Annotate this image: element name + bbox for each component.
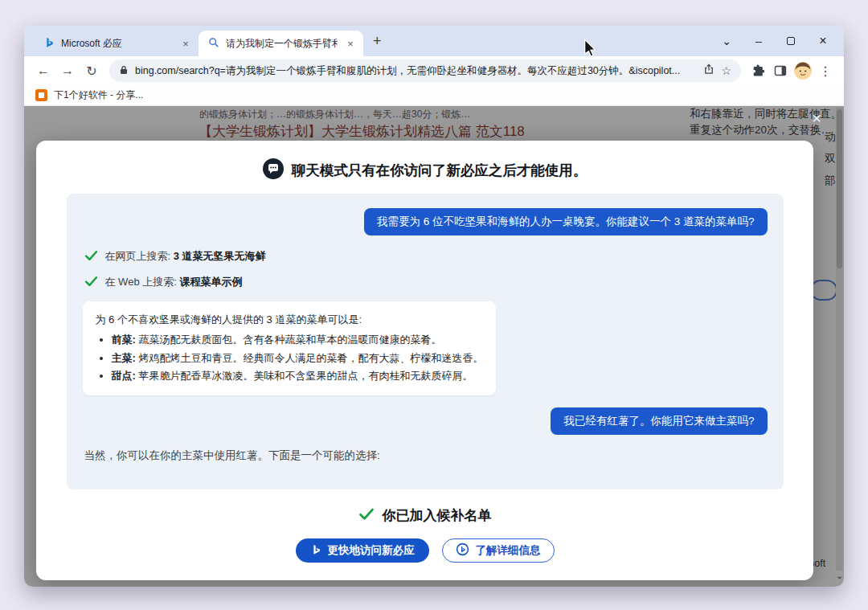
minimize-button[interactable]: – — [743, 35, 775, 47]
waitlist-confirmation: 你已加入候补名单 — [358, 506, 492, 526]
bot-answer-card: 为 6 个不喜欢坚果或海鲜的人提供的 3 道菜的菜单可以是: 前菜: 蔬菜汤配无… — [83, 301, 497, 395]
browser-menu-icon[interactable]: ⋮ — [815, 63, 836, 79]
chat-preview-panel: 我需要为 6 位不吃坚果和海鲜的人办一桌晚宴。你能建议一个 3 道菜的菜单吗? … — [67, 194, 784, 489]
close-window-button[interactable]: × — [807, 34, 839, 48]
browser-toolbar: ← → ↻ bing.com/search?q=请为我制定一个锻炼手臂和腹肌的计… — [24, 56, 844, 85]
mouse-cursor — [583, 39, 596, 61]
modal-actions: 更快地访问新必应 了解详细信息 — [296, 538, 555, 563]
tab-label: Microsoft 必应 — [61, 37, 173, 51]
search-status-row: 在网页上搜索: 3 道菜无坚果无海鲜 — [84, 248, 768, 264]
user-message-bubble: 我已经有红薯了。你能用它来做主菜吗? — [551, 407, 767, 435]
search-status-text: 在 Web 上搜索: 课程菜单示例 — [105, 275, 243, 289]
browser-window: Microsoft 必应 × 请为我制定一个锻炼手臂和腹肌… × + ⌄ – ×… — [24, 26, 844, 587]
lock-icon — [119, 63, 129, 78]
maximize-button[interactable] — [775, 35, 807, 47]
share-icon[interactable] — [703, 63, 714, 78]
checkmark-icon — [358, 506, 375, 526]
profile-avatar[interactable] — [792, 62, 813, 80]
chat-bubble-icon — [263, 158, 284, 182]
course-item: 甜点: 苹果脆片配香草冰激凌。美味和不含坚果的甜点，有肉桂和无麸质碎屑。 — [112, 367, 484, 386]
tab-close-icon[interactable]: × — [344, 38, 357, 50]
new-bing-modal: 聊天模式只有在你访问了新必应之后才能使用。 我需要为 6 位不吃坚果和海鲜的人办… — [36, 141, 813, 580]
page-content: 的锻炼身体计划；…的锻炼身体计划…，每天…超30分；锻炼… 【大学生锻炼计划】大… — [24, 106, 844, 587]
back-icon[interactable]: ← — [32, 63, 55, 78]
forward-icon[interactable]: → — [56, 63, 79, 78]
bing-logo-icon — [310, 544, 321, 558]
bot-answer-text: 当然，你可以在你的主菜中使用红薯。下面是一个可能的选择: — [84, 448, 768, 463]
bookmarks-bar: 下1个好软件 - 分享... — [24, 85, 844, 106]
bookmark-item[interactable]: 下1个好软件 - 分享... — [54, 88, 143, 102]
new-tab-button[interactable]: + — [373, 33, 382, 50]
waitlist-text: 你已加入候补名单 — [383, 506, 492, 525]
visit-new-bing-button[interactable]: 更快地访问新必应 — [296, 538, 429, 563]
user-message-bubble: 我需要为 6 位不吃坚果和海鲜的人办一桌晚宴。你能建议一个 3 道菜的菜单吗? — [364, 208, 768, 235]
desktop: Microsoft 必应 × 请为我制定一个锻炼手臂和腹肌… × + ⌄ – ×… — [0, 0, 868, 610]
answer-intro: 为 6 个不喜欢坚果或海鲜的人提供的 3 道菜的菜单可以是: — [96, 311, 484, 330]
refresh-icon[interactable]: ↻ — [80, 63, 103, 79]
course-item: 主菜: 烤鸡配烤土豆和青豆。经典而令人满足的菜肴，配有大蒜、柠檬和迷迭香。 — [112, 350, 484, 368]
window-controls: ⌄ – × — [710, 26, 839, 56]
learn-more-button[interactable]: 了解详细信息 — [442, 538, 555, 563]
url-text: bing.com/search?q=请为我制定一个锻炼手臂和腹肌的计划，无需仰卧… — [135, 64, 697, 78]
maximize-icon — [787, 37, 795, 45]
search-icon — [208, 37, 219, 51]
search-status-text: 在网页上搜索: 3 道菜无坚果无海鲜 — [105, 249, 266, 264]
side-panel-icon[interactable] — [770, 64, 791, 77]
tab-close-icon[interactable]: × — [179, 38, 192, 50]
bing-logo-icon — [43, 37, 55, 51]
tab-search-chevron-icon[interactable]: ⌄ — [710, 35, 743, 47]
checkmark-icon — [84, 274, 98, 290]
tab-label: 请为我制定一个锻炼手臂和腹肌… — [226, 37, 338, 51]
course-item: 前菜: 蔬菜汤配无麸质面包。含有各种蔬菜和草本的温暖而健康的菜肴。 — [112, 331, 484, 350]
info-circle-icon — [456, 542, 469, 559]
modal-header: 聊天模式只有在你访问了新必应之后才能使用。 — [263, 158, 588, 182]
menu-course-list: 前菜: 蔬菜汤配无麸质面包。含有各种蔬菜和草本的温暖而健康的菜肴。 主菜: 烤鸡… — [99, 331, 484, 386]
modal-close-icon[interactable]: × — [806, 109, 827, 128]
tab-bar: Microsoft 必应 × 请为我制定一个锻炼手臂和腹肌… × + ⌄ – × — [24, 26, 844, 56]
search-status-row: 在 Web 上搜索: 课程菜单示例 — [84, 274, 768, 290]
bookmark-favicon — [35, 89, 47, 101]
tab-microsoft-bing[interactable]: Microsoft 必应 × — [34, 31, 199, 56]
checkmark-icon — [84, 248, 98, 264]
modal-title: 聊天模式只有在你访问了新必应之后才能使用。 — [292, 161, 588, 180]
address-bar[interactable]: bing.com/search?q=请为我制定一个锻炼手臂和腹肌的计划，无需仰卧… — [109, 59, 741, 82]
extensions-puzzle-icon[interactable] — [747, 64, 768, 77]
bookmark-star-icon[interactable]: ☆ — [721, 64, 731, 77]
tab-workout-search[interactable]: 请为我制定一个锻炼手臂和腹肌… × — [199, 31, 363, 56]
